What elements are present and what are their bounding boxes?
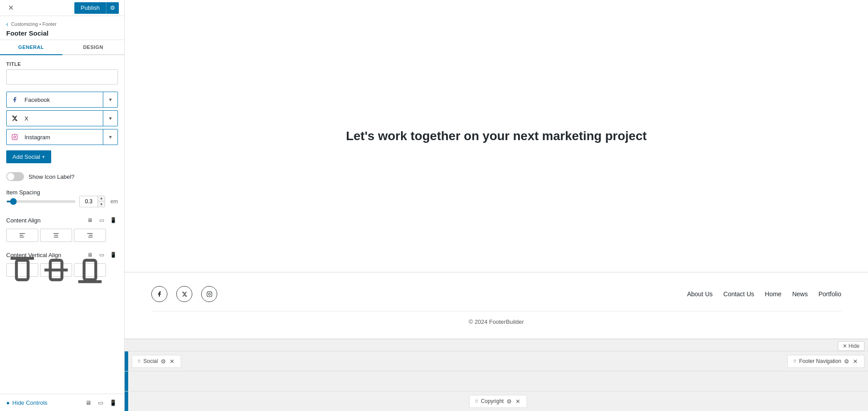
align-left-button[interactable] [6,229,38,242]
footer-nav-home[interactable]: Home [765,290,781,298]
desktop-icon[interactable]: 🖥 [85,215,95,225]
builder-row-3: ⠿ Copyright ⚙ ✕ [125,391,868,411]
close-button[interactable]: ✕ [5,3,16,13]
content-align-header: Content Align 🖥 ▭ 📱 [6,215,118,225]
social-widget-label: Social [143,358,158,364]
publish-button[interactable]: Publish [74,2,106,14]
publish-settings-button[interactable]: ⚙ [106,2,119,14]
bottom-desktop-icon[interactable]: 🖥 [83,398,93,407]
social-remove-button[interactable]: ✕ [169,358,175,365]
copyright-widget[interactable]: ⠿ Copyright ⚙ ✕ [469,395,527,408]
item-spacing-label: Item Spacing [6,189,118,196]
hide-controls-button[interactable]: ● Hide Controls [6,399,48,406]
social-widget[interactable]: ⠿ Social ⚙ ✕ [132,355,181,368]
breadcrumb-path: Customizing • Footer [11,21,57,27]
copyright-remove-button[interactable]: ✕ [515,398,521,405]
footer-nav-settings-button[interactable]: ⚙ [843,358,850,365]
tablet-icon[interactable]: ▭ [97,215,106,225]
align-buttons [6,229,118,242]
back-button[interactable]: ‹ [6,20,8,28]
social-item-instagram[interactable]: Instagram ▾ [6,129,118,145]
social-item-x[interactable]: X ▾ [6,110,118,126]
footer-main-row: About Us Contact Us Home News Portfolio [151,286,841,302]
footer-nav-widget[interactable]: ⠿ Footer Navigation ⚙ ✕ [787,355,864,368]
svg-rect-16 [84,260,96,280]
footer-nav-links: About Us Contact Us Home News Portfolio [687,290,841,298]
vertical-align-buttons [6,263,118,277]
row-indicator-1 [125,351,128,371]
toggle-thumb [7,173,14,180]
valign-bottom-button[interactable] [74,263,106,277]
footer-nav-about[interactable]: About Us [687,290,713,298]
builder-row-1: ⠿ Social ⚙ ✕ ⠿ Footer Navigation ⚙ ✕ [125,351,868,371]
x-label: X [23,115,103,122]
valign-middle-button[interactable] [40,263,72,277]
svg-rect-0 [12,134,17,140]
footer-copyright-row: © 2024 FooterBuilder [151,311,841,325]
facebook-chevron[interactable]: ▾ [103,97,118,103]
content-vertical-align-row: Content Vertical Align 🖥 ▭ 📱 [6,250,118,277]
mobile-icon[interactable]: 📱 [108,215,118,225]
title-label: Title [6,61,118,67]
item-spacing-row: Item Spacing ▲ ▼ em [6,189,118,207]
title-input[interactable] [6,69,118,85]
footer-social-icons [151,286,217,302]
facebook-icon [7,97,23,103]
hide-bar-button[interactable]: ✕ Hide [838,341,864,351]
social-settings-button[interactable]: ⚙ [160,358,167,365]
footer-nav-contact[interactable]: Contact Us [723,290,754,298]
hide-bar: ✕ Hide [125,339,868,351]
svg-rect-17 [207,292,212,297]
facebook-label: Facebook [23,97,103,103]
top-bar: ✕ Publish ⚙ [0,0,124,16]
add-social-button[interactable]: Add Social + [6,150,51,163]
footer-nav-remove-button[interactable]: ✕ [852,358,859,365]
footer-x-icon[interactable] [176,286,192,302]
preview-hero: Let's work together on your next marketi… [125,0,868,272]
instagram-chevron[interactable]: ▾ [103,134,118,140]
drag-icon-footer-nav: ⠿ [793,359,796,364]
svg-rect-12 [16,260,28,280]
spacing-slider[interactable] [6,201,76,202]
content-align-label: Content Align [6,217,41,224]
breadcrumb-area: ‹ Customizing • Footer Footer Social [0,16,124,40]
panel-content: Title Facebook ▾ X ▾ [0,55,124,394]
drag-icon-social: ⠿ [138,359,141,364]
row-indicator-2 [125,371,128,391]
spacing-input-group: ▲ ▼ [79,196,105,207]
footer-nav-widget-label: Footer Navigation [799,358,841,364]
mobile-icon-v[interactable]: 📱 [108,250,118,260]
spin-down-button[interactable]: ▼ [97,201,105,207]
bottom-tablet-icon[interactable]: ▭ [96,398,105,407]
tab-design[interactable]: Design [62,40,125,55]
show-icon-label-row: Show Icon Label? [6,172,118,181]
spacing-number-input[interactable] [80,197,97,206]
preview-footer: About Us Contact Us Home News Portfolio … [125,272,868,338]
builder-row-2 [125,371,868,391]
instagram-label: Instagram [23,134,103,141]
show-icon-toggle[interactable] [6,172,24,181]
footer-facebook-icon[interactable] [151,286,167,302]
social-item-facebook[interactable]: Facebook ▾ [6,92,118,108]
x-chevron[interactable]: ▾ [103,115,118,121]
copyright-settings-button[interactable]: ⚙ [506,398,513,405]
hero-text: Let's work together on your next marketi… [328,111,665,161]
footer-nav-portfolio[interactable]: Portfolio [819,290,841,298]
tab-general[interactable]: General [0,40,62,55]
align-right-button[interactable] [74,229,106,242]
footer-nav-news[interactable]: News [792,290,808,298]
publish-group: Publish ⚙ [74,2,119,14]
content-align-row: Content Align 🖥 ▭ 📱 [6,215,118,242]
bottom-responsive-icons: 🖥 ▭ 📱 [83,398,118,407]
toggle-track[interactable] [6,172,24,181]
spacing-unit: em [109,198,118,205]
align-center-button[interactable] [40,229,72,242]
spin-up-button[interactable]: ▲ [97,196,105,201]
valign-top-button[interactable] [6,263,38,277]
x-icon [7,115,23,121]
footer-instagram-icon[interactable] [201,286,217,302]
breadcrumb: ‹ Customizing • Footer [6,20,118,28]
social-items-list: Facebook ▾ X ▾ Instagram ▾ [6,92,118,145]
bottom-mobile-icon[interactable]: 📱 [108,398,118,407]
preview-area: Let's work together on your next marketi… [125,0,868,411]
